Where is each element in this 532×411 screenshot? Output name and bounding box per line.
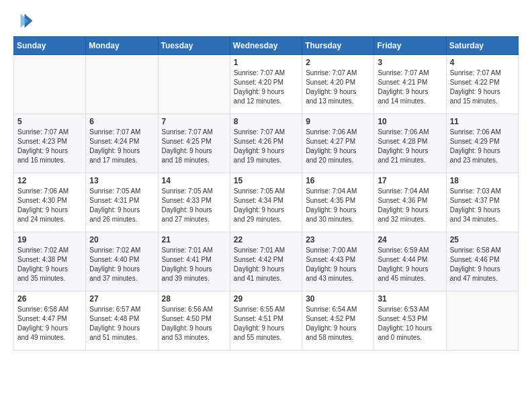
calendar-cell: 13Sunrise: 7:05 AM Sunset: 4:31 PM Dayli… [86, 173, 158, 232]
day-number: 20 [89, 235, 154, 244]
day-info: Sunrise: 7:04 AM Sunset: 4:36 PM Dayligh… [378, 187, 442, 224]
day-info: Sunrise: 7:07 AM Sunset: 4:26 PM Dayligh… [234, 128, 298, 165]
day-info: Sunrise: 7:06 AM Sunset: 4:29 PM Dayligh… [450, 128, 515, 165]
calendar-cell: 17Sunrise: 7:04 AM Sunset: 4:36 PM Dayli… [374, 173, 446, 232]
day-info: Sunrise: 7:06 AM Sunset: 4:28 PM Dayligh… [378, 128, 442, 165]
day-info: Sunrise: 6:58 AM Sunset: 4:47 PM Dayligh… [17, 305, 82, 342]
day-info: Sunrise: 7:01 AM Sunset: 4:42 PM Dayligh… [234, 246, 298, 283]
logo-icon [13, 11, 34, 31]
day-number: 27 [89, 294, 154, 304]
calendar-cell: 11Sunrise: 7:06 AM Sunset: 4:29 PM Dayli… [446, 114, 518, 173]
day-info: Sunrise: 7:01 AM Sunset: 4:41 PM Dayligh… [162, 246, 226, 283]
day-info: Sunrise: 7:03 AM Sunset: 4:37 PM Dayligh… [450, 187, 515, 224]
calendar-cell: 20Sunrise: 7:02 AM Sunset: 4:40 PM Dayli… [86, 232, 158, 291]
day-number: 17 [378, 176, 442, 185]
day-info: Sunrise: 6:55 AM Sunset: 4:51 PM Dayligh… [234, 305, 298, 342]
calendar-cell [86, 55, 158, 114]
calendar-cell: 31Sunrise: 6:53 AM Sunset: 4:53 PM Dayli… [374, 291, 446, 351]
calendar-cell: 8Sunrise: 7:07 AM Sunset: 4:26 PM Daylig… [230, 114, 302, 173]
day-number: 26 [17, 294, 82, 304]
day-number: 30 [306, 294, 370, 304]
calendar-cell: 6Sunrise: 7:07 AM Sunset: 4:24 PM Daylig… [86, 114, 158, 173]
calendar-cell: 12Sunrise: 7:06 AM Sunset: 4:30 PM Dayli… [14, 173, 86, 232]
day-number: 16 [306, 176, 370, 185]
day-info: Sunrise: 7:07 AM Sunset: 4:20 PM Dayligh… [306, 68, 370, 106]
calendar-cell: 28Sunrise: 6:56 AM Sunset: 4:50 PM Dayli… [158, 291, 230, 351]
calendar-cell: 1Sunrise: 7:07 AM Sunset: 4:20 PM Daylig… [230, 55, 302, 114]
calendar-cell: 24Sunrise: 6:59 AM Sunset: 4:44 PM Dayli… [374, 232, 446, 291]
week-row-1: 1Sunrise: 7:07 AM Sunset: 4:20 PM Daylig… [14, 55, 519, 114]
calendar-cell: 23Sunrise: 7:00 AM Sunset: 4:43 PM Dayli… [302, 232, 374, 291]
calendar-cell: 10Sunrise: 7:06 AM Sunset: 4:28 PM Dayli… [374, 114, 446, 173]
day-info: Sunrise: 7:00 AM Sunset: 4:43 PM Dayligh… [306, 246, 370, 283]
calendar-cell: 19Sunrise: 7:02 AM Sunset: 4:38 PM Dayli… [14, 232, 86, 291]
day-number: 2 [306, 58, 370, 67]
calendar-cell [446, 291, 518, 351]
calendar-table: SundayMondayTuesdayWednesdayThursdayFrid… [13, 36, 519, 351]
calendar-cell: 15Sunrise: 7:05 AM Sunset: 4:34 PM Dayli… [230, 173, 302, 232]
day-number: 18 [450, 176, 515, 185]
day-info: Sunrise: 7:07 AM Sunset: 4:20 PM Dayligh… [234, 68, 298, 106]
calendar-cell: 16Sunrise: 7:04 AM Sunset: 4:35 PM Dayli… [302, 173, 374, 232]
day-info: Sunrise: 7:06 AM Sunset: 4:30 PM Dayligh… [17, 187, 82, 224]
day-number: 23 [306, 235, 370, 244]
day-info: Sunrise: 7:07 AM Sunset: 4:22 PM Dayligh… [450, 68, 515, 106]
week-row-5: 26Sunrise: 6:58 AM Sunset: 4:47 PM Dayli… [14, 291, 519, 351]
day-info: Sunrise: 7:05 AM Sunset: 4:33 PM Dayligh… [162, 187, 226, 224]
calendar-cell: 3Sunrise: 7:07 AM Sunset: 4:21 PM Daylig… [374, 55, 446, 114]
day-info: Sunrise: 6:58 AM Sunset: 4:46 PM Dayligh… [450, 246, 515, 283]
day-info: Sunrise: 6:57 AM Sunset: 4:48 PM Dayligh… [89, 305, 154, 342]
day-info: Sunrise: 7:07 AM Sunset: 4:23 PM Dayligh… [17, 128, 82, 165]
day-info: Sunrise: 7:05 AM Sunset: 4:31 PM Dayligh… [89, 187, 154, 224]
calendar-cell [14, 55, 86, 114]
day-number: 31 [378, 294, 442, 304]
logo [13, 11, 36, 31]
day-number: 1 [234, 58, 298, 67]
calendar-cell: 21Sunrise: 7:01 AM Sunset: 4:41 PM Dayli… [158, 232, 230, 291]
week-row-2: 5Sunrise: 7:07 AM Sunset: 4:23 PM Daylig… [14, 114, 519, 173]
day-number: 28 [162, 294, 226, 304]
day-number: 3 [378, 58, 442, 67]
day-number: 25 [450, 235, 515, 244]
calendar-cell: 5Sunrise: 7:07 AM Sunset: 4:23 PM Daylig… [14, 114, 86, 173]
col-header-saturday: Saturday [446, 37, 518, 55]
day-info: Sunrise: 6:59 AM Sunset: 4:44 PM Dayligh… [378, 246, 442, 283]
day-number: 8 [234, 117, 298, 126]
calendar-cell: 14Sunrise: 7:05 AM Sunset: 4:33 PM Dayli… [158, 173, 230, 232]
day-info: Sunrise: 7:07 AM Sunset: 4:25 PM Dayligh… [162, 128, 226, 165]
day-number: 15 [234, 176, 298, 185]
day-info: Sunrise: 7:07 AM Sunset: 4:21 PM Dayligh… [378, 68, 442, 106]
calendar-cell: 7Sunrise: 7:07 AM Sunset: 4:25 PM Daylig… [158, 114, 230, 173]
week-row-3: 12Sunrise: 7:06 AM Sunset: 4:30 PM Dayli… [14, 173, 519, 232]
col-header-thursday: Thursday [302, 37, 374, 55]
day-number: 14 [162, 176, 226, 185]
day-number: 13 [89, 176, 154, 185]
day-info: Sunrise: 6:53 AM Sunset: 4:53 PM Dayligh… [378, 305, 442, 342]
day-number: 4 [450, 58, 515, 67]
calendar-cell: 2Sunrise: 7:07 AM Sunset: 4:20 PM Daylig… [302, 55, 374, 114]
calendar-cell: 22Sunrise: 7:01 AM Sunset: 4:42 PM Dayli… [230, 232, 302, 291]
header [13, 11, 519, 31]
day-info: Sunrise: 7:07 AM Sunset: 4:24 PM Dayligh… [89, 128, 154, 165]
calendar-cell: 25Sunrise: 6:58 AM Sunset: 4:46 PM Dayli… [446, 232, 518, 291]
day-info: Sunrise: 6:54 AM Sunset: 4:52 PM Dayligh… [306, 305, 370, 342]
day-number: 29 [234, 294, 298, 304]
calendar-cell: 9Sunrise: 7:06 AM Sunset: 4:27 PM Daylig… [302, 114, 374, 173]
day-info: Sunrise: 7:05 AM Sunset: 4:34 PM Dayligh… [234, 187, 298, 224]
calendar-header-row: SundayMondayTuesdayWednesdayThursdayFrid… [14, 37, 519, 55]
day-info: Sunrise: 6:56 AM Sunset: 4:50 PM Dayligh… [162, 305, 226, 342]
day-number: 12 [17, 176, 82, 185]
day-number: 7 [162, 117, 226, 126]
calendar-cell: 30Sunrise: 6:54 AM Sunset: 4:52 PM Dayli… [302, 291, 374, 351]
day-number: 10 [378, 117, 442, 126]
col-header-tuesday: Tuesday [158, 37, 230, 55]
col-header-wednesday: Wednesday [230, 37, 302, 55]
day-number: 5 [17, 117, 82, 126]
day-number: 22 [234, 235, 298, 244]
day-info: Sunrise: 7:02 AM Sunset: 4:40 PM Dayligh… [89, 246, 154, 283]
day-number: 6 [89, 117, 154, 126]
col-header-friday: Friday [374, 37, 446, 55]
calendar-cell: 29Sunrise: 6:55 AM Sunset: 4:51 PM Dayli… [230, 291, 302, 351]
day-info: Sunrise: 7:06 AM Sunset: 4:27 PM Dayligh… [306, 128, 370, 165]
day-number: 9 [306, 117, 370, 126]
